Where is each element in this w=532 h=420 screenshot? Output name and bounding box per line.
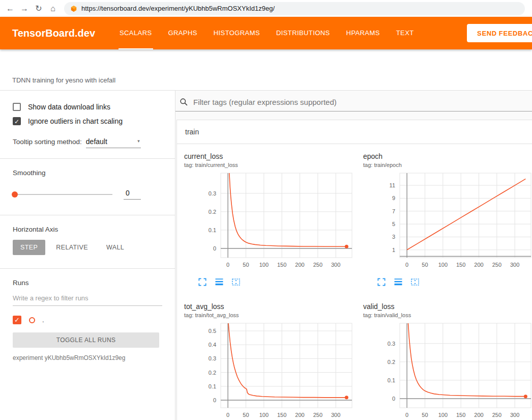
ignore-outliers-row[interactable]: ✓ Ignore outliers in chart scaling bbox=[13, 117, 162, 125]
horizontal-axis-label: Horizontal Axis bbox=[13, 226, 162, 233]
send-feedback-button[interactable]: SEND FEEDBACK bbox=[467, 24, 532, 42]
smoothing-value-field[interactable]: 0 bbox=[124, 189, 141, 200]
browser-window: ← → ↻ ⌂ https://tensorboard.dev/experime… bbox=[0, 0, 532, 420]
runs-regex-input[interactable]: Write a regex to filter runs bbox=[13, 294, 162, 306]
epoch-chart[interactable]: 0501001502002503001357911 bbox=[363, 170, 532, 274]
app-logo[interactable]: TensorBoard.dev bbox=[12, 27, 95, 39]
log-y-axis-icon[interactable] bbox=[214, 277, 224, 287]
svg-text:11: 11 bbox=[390, 182, 395, 188]
svg-text:3: 3 bbox=[392, 234, 395, 240]
run-checkbox[interactable]: ✓ bbox=[13, 316, 21, 324]
chart-tag: tag: train/current_loss bbox=[184, 162, 357, 168]
svg-text:300: 300 bbox=[510, 262, 519, 268]
svg-text:50: 50 bbox=[243, 262, 249, 268]
ignore-outliers-label: Ignore outliers in chart scaling bbox=[28, 117, 123, 125]
show-download-links-row[interactable]: Show data download links bbox=[13, 103, 162, 111]
url-text: https://tensorboard.dev/experiment/yKUbh… bbox=[81, 5, 275, 12]
chart-card-tot-avg-loss: tot_avg_loss tag: train/tot_avg_loss 050… bbox=[178, 295, 357, 420]
svg-text:0.3: 0.3 bbox=[209, 190, 216, 197]
svg-text:300: 300 bbox=[331, 262, 340, 268]
address-bar[interactable]: https://tensorboard.dev/experiment/yKUbh… bbox=[64, 2, 525, 15]
log-y-axis-icon[interactable] bbox=[393, 277, 403, 287]
chart-card-epoch: epoch tag: train/epoch 05010015020025030… bbox=[357, 145, 532, 295]
svg-text:7: 7 bbox=[392, 208, 395, 214]
experiment-title-bar: TDNN training for yesno with icefall bbox=[0, 49, 532, 91]
home-icon[interactable]: ⌂ bbox=[46, 4, 60, 13]
chart-tag: tag: train/valid_loss bbox=[363, 312, 532, 318]
tab-text[interactable]: TEXT bbox=[395, 17, 415, 49]
svg-text:0: 0 bbox=[213, 245, 216, 251]
chart-card-current-loss: current_loss tag: train/current_loss 050… bbox=[178, 145, 357, 295]
smoothing-slider[interactable] bbox=[13, 194, 112, 195]
experiment-caption: experiment yKUbhb5wRmOSXYkId1z9eg bbox=[13, 354, 162, 361]
svg-text:0.1: 0.1 bbox=[209, 227, 216, 233]
svg-text:0.2: 0.2 bbox=[209, 209, 216, 215]
svg-text:250: 250 bbox=[313, 262, 322, 268]
svg-text:1: 1 bbox=[392, 247, 395, 253]
tab-hparams[interactable]: HPARAMS bbox=[345, 17, 381, 49]
axis-wall-button[interactable]: WALL bbox=[99, 240, 132, 255]
chevron-down-icon: ▾ bbox=[137, 138, 140, 144]
svg-text:0: 0 bbox=[405, 262, 408, 268]
expand-chart-icon[interactable] bbox=[197, 277, 208, 287]
runs-label: Runs bbox=[13, 279, 162, 287]
svg-text:200: 200 bbox=[295, 262, 304, 268]
smoothing-slider-thumb[interactable] bbox=[12, 191, 18, 198]
axis-relative-button[interactable]: RELATIVE bbox=[48, 240, 96, 255]
tot-avg-loss-chart[interactable]: 05010015020025030000.10.20.30.40.5 bbox=[184, 320, 354, 420]
current-loss-chart[interactable]: 05010015020025030000.10.20.3 bbox=[184, 170, 354, 274]
run-list-item[interactable]: ✓ . bbox=[13, 316, 162, 324]
tab-scalars[interactable]: SCALARS bbox=[119, 17, 153, 49]
section-title[interactable]: train bbox=[177, 120, 532, 144]
fit-domain-icon[interactable] bbox=[231, 277, 241, 287]
svg-text:100: 100 bbox=[259, 412, 269, 418]
svg-text:0.2: 0.2 bbox=[388, 359, 395, 365]
tab-distributions[interactable]: DISTRIBUTIONS bbox=[275, 17, 331, 49]
nav-tabs: SCALARS GRAPHS HISTOGRAMS DISTRIBUTIONS … bbox=[119, 17, 429, 49]
run-color-swatch bbox=[29, 317, 35, 323]
svg-text:0.2: 0.2 bbox=[209, 370, 216, 376]
svg-text:5: 5 bbox=[392, 221, 395, 227]
experiment-title: TDNN training for yesno with icefall bbox=[12, 76, 115, 84]
svg-text:0.4: 0.4 bbox=[209, 342, 216, 348]
settings-sidebar: Show data download links ✓ Ignore outlie… bbox=[0, 91, 175, 420]
reload-icon[interactable]: ↻ bbox=[32, 4, 46, 13]
valid-loss-chart[interactable]: 05010015020025030000.10.20.3 bbox=[363, 320, 532, 420]
show-download-links-label: Show data download links bbox=[28, 103, 110, 111]
expand-chart-icon[interactable] bbox=[376, 277, 387, 287]
svg-text:200: 200 bbox=[295, 412, 304, 418]
svg-text:250: 250 bbox=[492, 412, 501, 418]
back-icon[interactable]: ← bbox=[3, 4, 17, 13]
toggle-all-runs-button[interactable]: TOGGLE ALL RUNS bbox=[13, 332, 159, 348]
chart-card-valid-loss: valid_loss tag: train/valid_loss 0501001… bbox=[357, 295, 532, 420]
svg-text:200: 200 bbox=[474, 412, 483, 418]
tab-histograms[interactable]: HISTOGRAMS bbox=[213, 17, 261, 49]
svg-text:50: 50 bbox=[243, 412, 249, 418]
ignore-outliers-checkbox[interactable]: ✓ bbox=[13, 117, 21, 125]
tab-graphs[interactable]: GRAPHS bbox=[167, 17, 198, 49]
svg-text:250: 250 bbox=[313, 412, 322, 418]
chart-title: tot_avg_loss bbox=[184, 302, 357, 311]
svg-text:0.1: 0.1 bbox=[209, 383, 216, 389]
tooltip-sorting-select[interactable]: default ▾ bbox=[86, 137, 141, 148]
svg-text:150: 150 bbox=[456, 262, 465, 268]
tensorboard-favicon bbox=[70, 5, 77, 12]
chart-title: epoch bbox=[363, 152, 532, 160]
svg-text:150: 150 bbox=[277, 262, 286, 268]
forward-icon[interactable]: → bbox=[17, 4, 32, 13]
search-icon bbox=[180, 98, 188, 106]
svg-text:100: 100 bbox=[438, 412, 448, 418]
svg-text:0.3: 0.3 bbox=[209, 355, 216, 361]
svg-text:0: 0 bbox=[226, 412, 229, 418]
svg-text:300: 300 bbox=[510, 412, 519, 418]
show-download-links-checkbox[interactable] bbox=[13, 103, 21, 111]
filter-tags-input[interactable]: Filter tags (regular expressions support… bbox=[175, 91, 532, 111]
svg-text:50: 50 bbox=[422, 412, 428, 418]
tooltip-sorting-label: Tooltip sorting method: bbox=[13, 138, 82, 146]
svg-text:0.1: 0.1 bbox=[388, 377, 395, 383]
svg-text:0: 0 bbox=[405, 412, 408, 418]
fit-domain-icon[interactable] bbox=[410, 277, 420, 287]
svg-text:0: 0 bbox=[213, 397, 216, 403]
svg-text:250: 250 bbox=[492, 262, 501, 268]
axis-step-button[interactable]: STEP bbox=[13, 240, 45, 255]
